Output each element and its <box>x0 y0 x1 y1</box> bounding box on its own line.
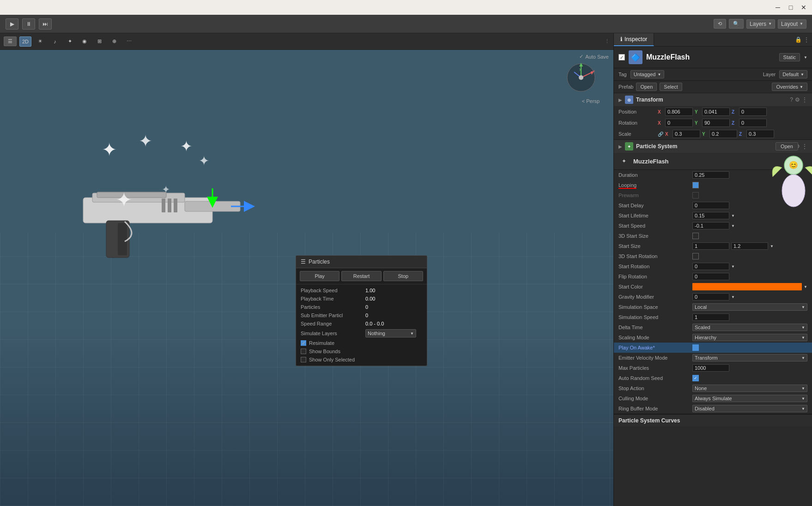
max-particles-input[interactable] <box>692 364 729 372</box>
tab-inspector[interactable]: ℹ Inspector <box>614 33 654 46</box>
play-button[interactable]: ▶ <box>6 18 18 30</box>
simulation-space-dropdown[interactable]: Local ▼ <box>692 303 807 311</box>
layout-dropdown[interactable]: Layout ▼ <box>778 19 806 29</box>
start-size-chevron[interactable]: ▼ <box>770 244 774 248</box>
transform-menu[interactable]: ⋮ <box>802 96 807 103</box>
stop-action-dropdown[interactable]: None ▼ <box>692 385 807 392</box>
minimize-button[interactable]: ─ <box>773 3 782 12</box>
scaling-mode-dropdown[interactable]: Hierarchy ▼ <box>692 334 807 341</box>
static-chevron[interactable]: ▼ <box>804 55 807 60</box>
static-button[interactable]: Static <box>779 53 800 61</box>
delta-time-value: Scaled <box>695 325 710 330</box>
particle-system-header[interactable]: ▶ ✦ Particle System ? ⚙ ⋮ Open 😊 <box>614 140 812 153</box>
audio-button[interactable]: ♪ <box>49 36 61 47</box>
start-delay-input[interactable] <box>692 202 729 209</box>
culling-mode-value: Always Simulate <box>695 396 732 401</box>
rotation-y-input[interactable] <box>702 119 730 127</box>
scale-y-input[interactable] <box>709 130 737 138</box>
history-button[interactable]: ⟲ <box>714 19 726 29</box>
3d-start-size-checkbox[interactable] <box>692 233 699 239</box>
emitter-velocity-dropdown[interactable]: Transform ▼ <box>692 354 807 361</box>
gizmo-button[interactable]: ⊕ <box>108 36 120 47</box>
looping-checkbox[interactable] <box>692 182 699 188</box>
particles-restart-button[interactable]: Restart <box>341 271 381 281</box>
object-name-input[interactable] <box>646 53 776 61</box>
start-speed-input[interactable] <box>692 222 729 229</box>
rotation-x-input[interactable] <box>665 119 693 127</box>
tag-dropdown[interactable]: Untagged ▼ <box>630 70 665 78</box>
start-speed-chevron[interactable]: ▼ <box>731 224 735 228</box>
lock-icon[interactable]: 🔒 <box>795 36 802 43</box>
tag-value: Untagged <box>634 72 656 77</box>
transform-presets[interactable]: ⚙ <box>795 96 800 103</box>
step-button[interactable]: ⏭ <box>39 18 52 30</box>
maximize-button[interactable]: □ <box>786 3 795 12</box>
layers-dropdown[interactable]: Layers ▼ <box>746 19 775 29</box>
start-size-input-2[interactable] <box>731 242 768 250</box>
ps-open-button[interactable]: Open <box>776 142 798 151</box>
resimulate-checkbox[interactable]: ✓ <box>301 340 306 346</box>
gravity-modifier-input[interactable] <box>692 293 729 301</box>
particles-title: Particles <box>309 259 330 265</box>
prewarm-checkbox[interactable] <box>692 192 699 199</box>
view-button[interactable]: ⊞ <box>93 36 105 47</box>
start-rotation-chevron[interactable]: ▼ <box>731 265 735 269</box>
layer-dropdown[interactable]: Default ▼ <box>779 70 807 78</box>
particles-panel: ☰ Particles Play Restart Stop Playback S… <box>296 255 427 366</box>
start-color-picker[interactable] <box>692 283 802 290</box>
show-only-selected-checkbox[interactable] <box>301 357 306 362</box>
simulation-speed-input[interactable] <box>692 313 729 321</box>
ring-buffer-mode-dropdown[interactable]: Disabled ▼ <box>692 405 807 412</box>
options-icon[interactable]: ⋮ <box>605 38 610 44</box>
auto-random-seed-checkbox[interactable]: ✓ <box>692 375 699 381</box>
extra-button[interactable]: ⋯ <box>123 36 135 47</box>
2d-button[interactable]: 2D <box>19 36 31 47</box>
start-rotation-input[interactable] <box>692 263 729 270</box>
light-button[interactable]: ☀ <box>34 36 46 47</box>
gravity-modifier-chevron[interactable]: ▼ <box>731 295 735 299</box>
scene-button[interactable]: ◉ <box>79 36 91 47</box>
transform-help[interactable]: ? <box>790 96 793 103</box>
effect-button[interactable]: ✦ <box>64 36 76 47</box>
duration-input[interactable] <box>692 171 729 179</box>
show-bounds-checkbox[interactable] <box>301 349 306 354</box>
position-z-input[interactable] <box>739 108 767 116</box>
scale-x-input[interactable] <box>673 130 700 138</box>
3d-start-rotation-checkbox[interactable] <box>692 253 699 259</box>
culling-mode-dropdown[interactable]: Always Simulate ▼ <box>692 395 807 402</box>
stop-action-chevron: ▼ <box>801 386 805 391</box>
position-x-input[interactable] <box>665 108 693 116</box>
ps-menu[interactable]: ⋮ <box>802 143 807 150</box>
overrides-button[interactable]: Overrides ▼ <box>772 83 807 91</box>
toolbar-menu[interactable]: ☰ <box>4 36 17 46</box>
scale-lock-icon[interactable]: 🔗 <box>658 132 663 137</box>
pause-button[interactable]: ⏸ <box>22 18 35 30</box>
open-prefab-button[interactable]: Open <box>636 83 657 91</box>
options-icon[interactable]: ⋮ <box>804 36 809 43</box>
simulate-layers-dropdown[interactable]: Nothing ▼ <box>365 329 416 337</box>
start-lifetime-chevron[interactable]: ▼ <box>731 214 735 218</box>
rotation-z-input[interactable] <box>739 119 767 127</box>
tag-chevron: ▼ <box>657 72 661 77</box>
3d-start-size-row: 3D Start Size <box>614 231 812 241</box>
search-button[interactable]: 🔍 <box>729 19 744 29</box>
close-button[interactable]: ✕ <box>799 3 808 12</box>
show-bounds-row: Show Bounds <box>296 347 427 355</box>
start-size-input-1[interactable] <box>692 242 729 250</box>
character-overlay: 😊 <box>770 154 812 209</box>
playback-speed-label: Playback Speed <box>301 288 365 293</box>
delta-time-dropdown[interactable]: Scaled ▼ <box>692 324 807 331</box>
layer-value: Default <box>782 72 799 77</box>
svg-text:😊: 😊 <box>789 161 798 169</box>
flip-rotation-input[interactable] <box>692 273 729 280</box>
position-y-input[interactable] <box>702 108 730 116</box>
object-active-checkbox[interactable] <box>618 54 625 60</box>
start-lifetime-input[interactable] <box>692 212 729 219</box>
select-prefab-button[interactable]: Select <box>660 83 682 91</box>
particles-play-button[interactable]: Play <box>300 271 339 281</box>
transform-header[interactable]: ▶ ⊕ Transform ? ⚙ ⋮ <box>614 93 812 106</box>
scale-z-input[interactable] <box>746 130 774 138</box>
play-on-awake-checkbox[interactable] <box>692 344 699 351</box>
start-color-chevron[interactable]: ▼ <box>804 285 807 289</box>
particles-stop-button[interactable]: Stop <box>383 271 423 281</box>
